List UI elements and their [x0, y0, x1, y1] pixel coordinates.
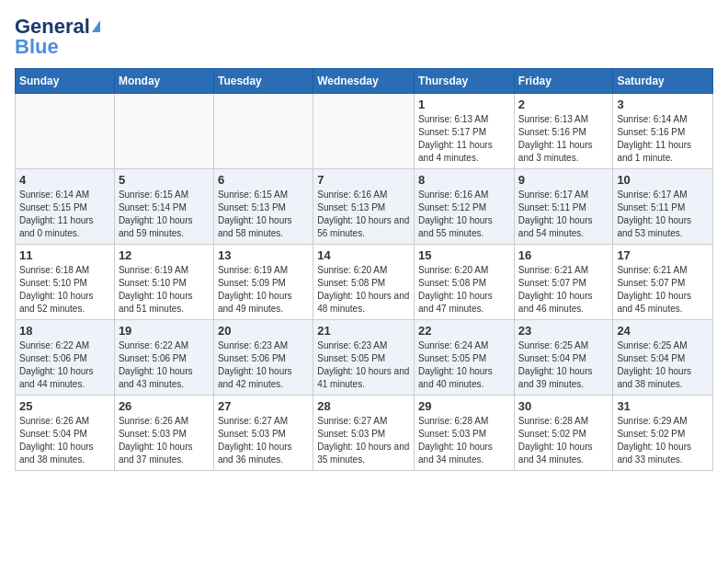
day-number: 4 [19, 173, 110, 187]
day-number: 26 [119, 399, 210, 413]
day-info: Sunrise: 6:26 AM Sunset: 5:03 PM Dayligh… [119, 415, 210, 466]
day-number: 1 [418, 98, 510, 111]
logo-arrow-icon [92, 20, 100, 32]
day-cell: 30Sunrise: 6:28 AM Sunset: 5:02 PM Dayli… [514, 396, 613, 471]
day-cell [213, 94, 313, 169]
col-header-thursday: Thursday [415, 69, 515, 94]
day-cell: 2Sunrise: 6:13 AM Sunset: 5:16 PM Daylig… [514, 94, 613, 169]
day-number: 23 [518, 324, 609, 338]
day-number: 30 [518, 399, 609, 413]
day-info: Sunrise: 6:21 AM Sunset: 5:07 PM Dayligh… [518, 264, 609, 316]
day-info: Sunrise: 6:28 AM Sunset: 5:02 PM Dayligh… [518, 415, 609, 466]
day-info: Sunrise: 6:23 AM Sunset: 5:06 PM Dayligh… [218, 339, 309, 391]
day-info: Sunrise: 6:29 AM Sunset: 5:02 PM Dayligh… [617, 415, 709, 466]
day-cell: 8Sunrise: 6:16 AM Sunset: 5:12 PM Daylig… [415, 169, 515, 245]
page-header: General Blue [15, 15, 713, 59]
day-info: Sunrise: 6:28 AM Sunset: 5:03 PM Dayligh… [418, 415, 510, 466]
day-number: 29 [418, 399, 510, 413]
day-info: Sunrise: 6:27 AM Sunset: 5:03 PM Dayligh… [317, 415, 410, 466]
day-info: Sunrise: 6:24 AM Sunset: 5:05 PM Dayligh… [418, 339, 510, 391]
day-info: Sunrise: 6:14 AM Sunset: 5:15 PM Dayligh… [19, 189, 110, 240]
day-info: Sunrise: 6:17 AM Sunset: 5:11 PM Dayligh… [518, 189, 609, 240]
day-cell: 18Sunrise: 6:22 AM Sunset: 5:06 PM Dayli… [16, 320, 115, 396]
week-row-2: 4Sunrise: 6:14 AM Sunset: 5:15 PM Daylig… [16, 169, 713, 245]
day-cell: 28Sunrise: 6:27 AM Sunset: 5:03 PM Dayli… [313, 396, 415, 471]
day-cell [16, 94, 115, 169]
day-number: 16 [518, 248, 609, 262]
day-number: 7 [317, 173, 410, 187]
day-info: Sunrise: 6:25 AM Sunset: 5:04 PM Dayligh… [518, 339, 609, 391]
day-number: 8 [418, 173, 510, 187]
day-number: 28 [317, 399, 410, 413]
day-cell: 31Sunrise: 6:29 AM Sunset: 5:02 PM Dayli… [613, 396, 713, 471]
day-header-row: SundayMondayTuesdayWednesdayThursdayFrid… [16, 69, 713, 94]
day-number: 20 [218, 324, 309, 338]
day-number: 2 [518, 98, 609, 111]
day-info: Sunrise: 6:16 AM Sunset: 5:12 PM Dayligh… [418, 189, 510, 240]
day-cell: 14Sunrise: 6:20 AM Sunset: 5:08 PM Dayli… [313, 245, 415, 320]
day-number: 14 [317, 248, 410, 262]
day-info: Sunrise: 6:17 AM Sunset: 5:11 PM Dayligh… [617, 189, 709, 240]
day-number: 18 [19, 324, 110, 338]
day-cell: 5Sunrise: 6:15 AM Sunset: 5:14 PM Daylig… [114, 169, 213, 245]
week-row-5: 25Sunrise: 6:26 AM Sunset: 5:04 PM Dayli… [16, 396, 713, 471]
day-number: 19 [119, 324, 210, 338]
day-cell: 7Sunrise: 6:16 AM Sunset: 5:13 PM Daylig… [313, 169, 415, 245]
logo-blue: Blue [15, 35, 59, 59]
day-info: Sunrise: 6:22 AM Sunset: 5:06 PM Dayligh… [19, 339, 110, 391]
day-info: Sunrise: 6:19 AM Sunset: 5:09 PM Dayligh… [218, 264, 309, 316]
day-number: 15 [418, 248, 510, 262]
day-cell [313, 94, 415, 169]
day-cell: 11Sunrise: 6:18 AM Sunset: 5:10 PM Dayli… [16, 245, 115, 320]
day-info: Sunrise: 6:22 AM Sunset: 5:06 PM Dayligh… [119, 339, 210, 391]
day-info: Sunrise: 6:27 AM Sunset: 5:03 PM Dayligh… [218, 415, 309, 466]
logo: General Blue [15, 15, 100, 59]
day-number: 3 [617, 98, 709, 111]
day-cell: 16Sunrise: 6:21 AM Sunset: 5:07 PM Dayli… [514, 245, 613, 320]
day-number: 27 [218, 399, 309, 413]
col-header-saturday: Saturday [613, 69, 713, 94]
col-header-monday: Monday [114, 69, 213, 94]
day-cell: 10Sunrise: 6:17 AM Sunset: 5:11 PM Dayli… [613, 169, 713, 245]
day-cell: 9Sunrise: 6:17 AM Sunset: 5:11 PM Daylig… [514, 169, 613, 245]
calendar-table: SundayMondayTuesdayWednesdayThursdayFrid… [15, 68, 713, 471]
day-cell: 25Sunrise: 6:26 AM Sunset: 5:04 PM Dayli… [16, 396, 115, 471]
day-info: Sunrise: 6:15 AM Sunset: 5:13 PM Dayligh… [218, 189, 309, 240]
day-info: Sunrise: 6:20 AM Sunset: 5:08 PM Dayligh… [418, 264, 510, 316]
day-info: Sunrise: 6:16 AM Sunset: 5:13 PM Dayligh… [317, 189, 410, 240]
day-cell: 17Sunrise: 6:21 AM Sunset: 5:07 PM Dayli… [613, 245, 713, 320]
day-number: 5 [119, 173, 210, 187]
day-info: Sunrise: 6:26 AM Sunset: 5:04 PM Dayligh… [19, 415, 110, 466]
day-cell: 19Sunrise: 6:22 AM Sunset: 5:06 PM Dayli… [114, 320, 213, 396]
day-cell: 21Sunrise: 6:23 AM Sunset: 5:05 PM Dayli… [313, 320, 415, 396]
day-info: Sunrise: 6:20 AM Sunset: 5:08 PM Dayligh… [317, 264, 410, 316]
col-header-tuesday: Tuesday [213, 69, 313, 94]
day-number: 22 [418, 324, 510, 338]
week-row-1: 1Sunrise: 6:13 AM Sunset: 5:17 PM Daylig… [16, 94, 713, 169]
day-cell: 12Sunrise: 6:19 AM Sunset: 5:10 PM Dayli… [114, 245, 213, 320]
day-cell: 26Sunrise: 6:26 AM Sunset: 5:03 PM Dayli… [114, 396, 213, 471]
day-number: 6 [218, 173, 309, 187]
day-cell: 23Sunrise: 6:25 AM Sunset: 5:04 PM Dayli… [514, 320, 613, 396]
day-cell: 3Sunrise: 6:14 AM Sunset: 5:16 PM Daylig… [613, 94, 713, 169]
day-cell: 13Sunrise: 6:19 AM Sunset: 5:09 PM Dayli… [213, 245, 313, 320]
day-number: 12 [119, 248, 210, 262]
day-cell: 24Sunrise: 6:25 AM Sunset: 5:04 PM Dayli… [613, 320, 713, 396]
day-number: 9 [518, 173, 609, 187]
col-header-sunday: Sunday [16, 69, 115, 94]
day-cell [114, 94, 213, 169]
day-info: Sunrise: 6:23 AM Sunset: 5:05 PM Dayligh… [317, 339, 410, 391]
day-number: 31 [617, 399, 709, 413]
day-number: 10 [617, 173, 709, 187]
col-header-wednesday: Wednesday [313, 69, 415, 94]
day-number: 25 [19, 399, 110, 413]
day-cell: 6Sunrise: 6:15 AM Sunset: 5:13 PM Daylig… [213, 169, 313, 245]
day-cell: 4Sunrise: 6:14 AM Sunset: 5:15 PM Daylig… [16, 169, 115, 245]
day-info: Sunrise: 6:13 AM Sunset: 5:17 PM Dayligh… [418, 113, 510, 165]
day-cell: 22Sunrise: 6:24 AM Sunset: 5:05 PM Dayli… [415, 320, 515, 396]
day-cell: 15Sunrise: 6:20 AM Sunset: 5:08 PM Dayli… [415, 245, 515, 320]
day-number: 13 [218, 248, 309, 262]
day-cell: 1Sunrise: 6:13 AM Sunset: 5:17 PM Daylig… [415, 94, 515, 169]
day-number: 11 [19, 248, 110, 262]
col-header-friday: Friday [514, 69, 613, 94]
